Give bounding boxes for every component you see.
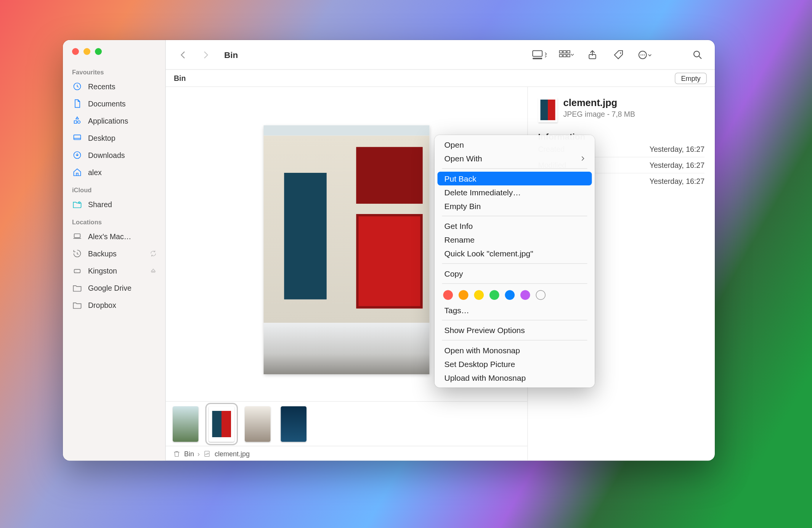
sidebar-item-label: Documents [88, 99, 126, 108]
separator [442, 216, 587, 217]
ctx-copy[interactable]: Copy [438, 267, 592, 280]
ctx-put-back[interactable]: Put Back [438, 172, 592, 185]
tag-green[interactable] [489, 290, 499, 300]
svg-point-20 [644, 54, 645, 55]
folder-icon [72, 300, 82, 310]
sidebar-item-backups[interactable]: Backups [63, 245, 165, 262]
clock-icon [72, 81, 82, 92]
ctx-open-with-monosnap[interactable]: Open with Monosnap [438, 343, 592, 357]
svg-rect-4 [74, 234, 80, 238]
sidebar-item-label: Downloads [88, 151, 125, 159]
sidebar-item-kingston[interactable]: Kingston [63, 262, 165, 279]
window-controls [63, 48, 165, 63]
thumbnail-selected[interactable] [209, 406, 235, 441]
sidebar-item-label: Desktop [88, 134, 116, 142]
ctx-set-desktop-picture[interactable]: Set Desktop Picture [438, 357, 592, 371]
eject-icon[interactable] [149, 267, 157, 275]
sidebar-item-label: Shared [88, 200, 112, 209]
filmstrip [166, 401, 527, 446]
location-bar: Bin Empty [166, 70, 715, 87]
zoom-icon[interactable] [95, 48, 102, 55]
separator [442, 320, 587, 321]
sidebar-item-desktop[interactable]: Desktop [63, 129, 165, 146]
tag-none[interactable] [536, 290, 546, 300]
preview-image[interactable] [264, 126, 430, 375]
svg-point-3 [79, 202, 80, 204]
close-icon[interactable] [72, 48, 79, 55]
info-thumbnail [538, 97, 558, 122]
view-gallery-button[interactable] [532, 47, 548, 63]
info-value: Yesterday, 16:27 [650, 177, 704, 186]
toolbar: Bin [166, 40, 715, 70]
ctx-open[interactable]: Open [438, 138, 592, 152]
svg-rect-7 [533, 50, 542, 56]
sidebar-item-this-mac[interactable]: Alex's Mac… [63, 228, 165, 245]
ctx-tags[interactable]: Tags… [438, 303, 592, 317]
path-file[interactable]: clement.jpg [215, 449, 250, 457]
ctx-quick-look[interactable]: Quick Look "clement.jpg" [438, 247, 592, 261]
sidebar-item-label: Applications [88, 116, 128, 125]
ctx-empty-bin[interactable]: Empty Bin [438, 199, 592, 213]
ctx-get-info[interactable]: Get Info [438, 219, 592, 233]
sidebar-item-dropbox[interactable]: Dropbox [63, 296, 165, 314]
sidebar: Favourites Recents Documents Application… [63, 40, 166, 461]
sidebar-item-google-drive[interactable]: Google Drive [63, 279, 165, 296]
info-header: clement.jpg JPEG image - 7,8 MB [538, 97, 705, 122]
applications-icon [72, 116, 82, 126]
group-button[interactable] [558, 47, 574, 63]
sidebar-section-favourites: Favourites [63, 63, 165, 78]
info-value: Yesterday, 16:27 [650, 161, 704, 170]
ctx-delete-immediately[interactable]: Delete Immediately… [438, 185, 592, 199]
share-button[interactable] [584, 47, 600, 63]
tags-button[interactable] [611, 47, 627, 63]
thumbnail[interactable] [281, 406, 307, 441]
sidebar-item-label: alex [88, 168, 102, 177]
sidebar-section-locations: Locations [63, 213, 165, 228]
sidebar-item-shared[interactable]: Shared [63, 196, 165, 213]
ctx-label: Open With [445, 154, 482, 163]
tag-blue[interactable] [505, 290, 515, 300]
separator [442, 168, 587, 169]
svg-rect-9 [560, 50, 563, 53]
actions-button[interactable] [637, 47, 653, 63]
ctx-upload-with-monosnap[interactable]: Upload with Monosnap [438, 371, 592, 385]
svg-rect-14 [567, 54, 570, 56]
sidebar-section-icloud: iCloud [63, 181, 165, 196]
svg-point-21 [694, 51, 700, 56]
home-icon [72, 167, 82, 177]
tag-red[interactable] [443, 290, 453, 300]
tag-purple[interactable] [520, 290, 530, 300]
svg-rect-12 [560, 54, 563, 56]
sidebar-item-home[interactable]: alex [63, 164, 165, 181]
ctx-open-with[interactable]: Open With [438, 152, 592, 166]
svg-point-6 [75, 271, 76, 271]
search-button[interactable] [690, 47, 706, 63]
info-filename: clement.jpg [563, 97, 635, 109]
sidebar-item-documents[interactable]: Documents [63, 95, 165, 112]
thumbnail[interactable] [173, 406, 199, 441]
context-menu: Open Open With Put Back Delete Immediate… [435, 135, 595, 388]
svg-point-16 [620, 52, 621, 54]
minimize-icon[interactable] [83, 48, 90, 55]
downloads-icon [72, 150, 82, 160]
tag-yellow[interactable] [474, 290, 484, 300]
sidebar-item-downloads[interactable]: Downloads [63, 146, 165, 164]
separator [442, 263, 587, 264]
ctx-rename[interactable]: Rename [438, 233, 592, 247]
tag-orange[interactable] [459, 290, 469, 300]
separator [442, 283, 587, 284]
sidebar-item-applications[interactable]: Applications [63, 112, 165, 129]
thumbnail[interactable] [245, 406, 271, 441]
svg-rect-13 [563, 54, 566, 56]
ctx-show-preview-options[interactable]: Show Preview Options [438, 324, 592, 337]
sidebar-item-recents[interactable]: Recents [63, 78, 165, 95]
back-button[interactable] [175, 47, 191, 63]
path-bar: Bin › clement.jpg [166, 446, 527, 461]
sidebar-item-label: Dropbox [88, 301, 116, 309]
forward-button[interactable] [198, 47, 214, 63]
empty-bin-button[interactable]: Empty [675, 72, 707, 84]
path-root[interactable]: Bin [184, 449, 194, 457]
time-machine-icon [72, 248, 82, 259]
svg-rect-10 [563, 50, 566, 53]
ctx-tag-colors [438, 287, 592, 304]
